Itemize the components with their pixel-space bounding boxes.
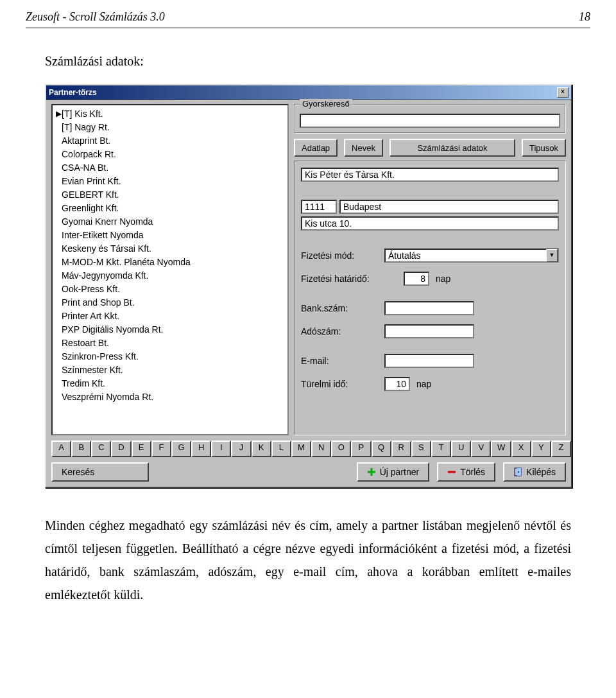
tab-szamlazasi-adatok[interactable]: Számlázási adatok	[389, 139, 515, 157]
alpha-button-x[interactable]: X	[511, 441, 531, 457]
alpha-button-q[interactable]: Q	[372, 441, 391, 457]
list-item-label: Inter-Etikett Nyomda	[62, 230, 144, 240]
alpha-button-c[interactable]: C	[91, 441, 111, 457]
list-item[interactable]: Restoart Bt.	[54, 336, 286, 349]
svg-rect-2	[448, 471, 456, 473]
alpha-button-i[interactable]: I	[211, 441, 231, 457]
alpha-button-l[interactable]: L	[271, 441, 291, 457]
list-item-label: Tredim Kft.	[62, 378, 105, 388]
search-button[interactable]: Keresés	[51, 462, 149, 482]
list-item[interactable]: Inter-Etikett Nyomda	[54, 228, 286, 241]
street-input[interactable]: Kis utca 10.	[301, 216, 559, 231]
list-item-label: Restoart Bt.	[62, 338, 109, 348]
alpha-button-s[interactable]: S	[411, 441, 431, 457]
alpha-button-a[interactable]: A	[51, 441, 71, 457]
alpha-button-e[interactable]: E	[132, 441, 151, 457]
close-button[interactable]: ×	[557, 87, 569, 98]
alpha-button-j[interactable]: J	[231, 441, 251, 457]
quicksearch-input[interactable]	[300, 114, 560, 128]
alpha-button-o[interactable]: O	[331, 441, 351, 457]
window-title: Partner-törzs	[49, 88, 97, 97]
delete-button[interactable]: Törlés	[437, 462, 495, 482]
list-item[interactable]: Tredim Kft.	[54, 376, 286, 390]
list-item[interactable]: Színmester Kft.	[54, 363, 286, 376]
list-item-label: Veszprémi Nyomda Rt.	[62, 392, 153, 402]
list-item[interactable]: [T] Nagy Rt.	[54, 120, 286, 134]
grace-label: Türelmi idő:	[301, 379, 384, 389]
company-name-input[interactable]: Kis Péter és Társa Kft.	[301, 168, 559, 182]
tax-input[interactable]	[384, 324, 474, 338]
alpha-button-y[interactable]: Y	[531, 441, 551, 457]
tab-tipusok[interactable]: Tipusok	[522, 139, 566, 157]
list-item[interactable]: ▶[T] Kis Kft.	[54, 107, 286, 120]
tab-adatlap[interactable]: Adatlap	[294, 139, 338, 157]
list-item-label: M-MOD-M Kkt. Planéta Nyomda	[62, 257, 191, 267]
body-paragraph: Minden céghez megadható egy számlázási n…	[45, 514, 571, 606]
alpha-button-u[interactable]: U	[451, 441, 471, 457]
list-item[interactable]: Evian Print Kft.	[54, 174, 286, 188]
alpha-button-r[interactable]: R	[391, 441, 411, 457]
search-button-label: Keresés	[62, 467, 94, 477]
pay-term-label: Fizetési határidő:	[301, 274, 384, 284]
list-item[interactable]: GELBERT Kft.	[54, 188, 286, 201]
email-input[interactable]	[384, 354, 474, 368]
alpha-button-p[interactable]: P	[351, 441, 371, 457]
list-item[interactable]: Gyomai Knerr Nyomda	[54, 214, 286, 228]
alpha-button-d[interactable]: D	[111, 441, 131, 457]
zip-input[interactable]: 1111	[301, 200, 337, 214]
list-item-label: Colorpack Rt.	[62, 149, 116, 159]
partner-window: Partner-törzs × ▶[T] Kis Kft.[T] Nagy Rt…	[45, 84, 572, 488]
new-partner-button[interactable]: Új partner	[357, 462, 429, 482]
tab-nevek[interactable]: Nevek	[344, 139, 383, 157]
current-row-marker: ▶	[55, 109, 62, 118]
alpha-button-b[interactable]: B	[71, 441, 91, 457]
list-item[interactable]: Colorpack Rt.	[54, 147, 286, 161]
list-item[interactable]: Veszprémi Nyomda Rt.	[54, 390, 286, 403]
delete-button-label: Törlés	[460, 467, 485, 477]
list-item-label: Printer Art Kkt.	[62, 311, 119, 321]
list-item-label: CSA-NA Bt.	[62, 162, 108, 173]
doc-header: Zeusoft - Scroll Számlázás 3.0 18	[26, 10, 590, 24]
pay-method-combo[interactable]: Átutalás ▼	[384, 249, 559, 263]
list-item[interactable]: PXP Digitális Nyomda Rt.	[54, 322, 286, 336]
partner-listbox[interactable]: ▶[T] Kis Kft.[T] Nagy Rt.Aktaprint Bt.Co…	[51, 104, 289, 435]
exit-button-label: Kilépés	[526, 467, 556, 477]
list-item[interactable]: Print and Shop Bt.	[54, 295, 286, 309]
alpha-button-w[interactable]: W	[491, 441, 511, 457]
list-item[interactable]: Printer Art Kkt.	[54, 309, 286, 322]
alpha-button-g[interactable]: G	[171, 441, 191, 457]
list-item-label: Greenlight Kft.	[62, 203, 119, 213]
alpha-button-t[interactable]: T	[431, 441, 451, 457]
alpha-button-f[interactable]: F	[151, 441, 171, 457]
list-item[interactable]: Ook-Press Kft.	[54, 282, 286, 295]
list-item-label: Evian Print Kft.	[62, 176, 121, 186]
minus-icon	[447, 467, 456, 476]
list-item[interactable]: Aktaprint Bt.	[54, 134, 286, 147]
pay-method-value: Átutalás	[388, 250, 421, 261]
footer-bar: Keresés Új partner Törlés Kilépés	[46, 460, 571, 487]
alpha-button-v[interactable]: V	[471, 441, 491, 457]
plus-icon	[367, 467, 376, 476]
list-item[interactable]: M-MOD-M Kkt. Planéta Nyomda	[54, 255, 286, 268]
alpha-button-z[interactable]: Z	[551, 441, 571, 457]
chevron-down-icon[interactable]: ▼	[546, 249, 558, 262]
city-input[interactable]: Budapest	[339, 200, 559, 214]
svg-point-5	[518, 471, 519, 473]
alpha-button-n[interactable]: N	[311, 441, 331, 457]
list-item-label: Ook-Press Kft.	[62, 284, 120, 294]
list-item[interactable]: CSA-NA Bt.	[54, 161, 286, 174]
bank-label: Bank.szám:	[301, 303, 384, 313]
alpha-button-m[interactable]: M	[291, 441, 311, 457]
pay-term-input[interactable]: 8	[404, 272, 429, 286]
list-item[interactable]: Szinkron-Press Kft.	[54, 349, 286, 363]
alpha-button-k[interactable]: K	[252, 441, 271, 457]
exit-button[interactable]: Kilépés	[503, 462, 566, 482]
email-label: E-mail:	[301, 356, 384, 366]
list-item[interactable]: Keskeny és Társai Kft.	[54, 241, 286, 255]
alpha-button-h[interactable]: H	[191, 441, 211, 457]
list-item-label: Aktaprint Bt.	[62, 135, 110, 146]
grace-input[interactable]: 10	[384, 377, 410, 391]
list-item[interactable]: Greenlight Kft.	[54, 201, 286, 214]
list-item[interactable]: Máv-Jegynyomda Kft.	[54, 268, 286, 282]
bank-input[interactable]	[384, 301, 474, 315]
